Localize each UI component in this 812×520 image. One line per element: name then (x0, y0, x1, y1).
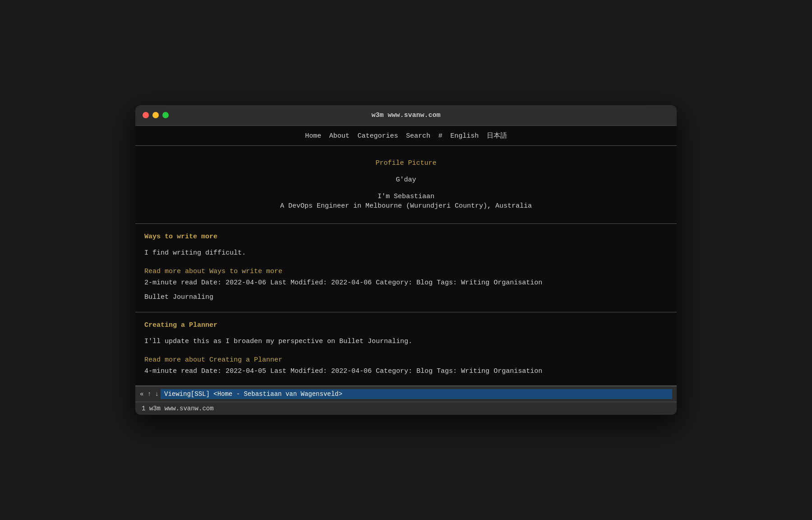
taskbar: 1 w3m www.svanw.com (135, 402, 677, 415)
article-2-meta-line1: 4-minute read Date: 2022-04-05 Last Modi… (144, 367, 668, 377)
nav-categories[interactable]: Categories (357, 132, 398, 140)
titlebar: w3m www.svanw.com (135, 105, 677, 126)
article-1-title: Ways to write more (144, 233, 668, 241)
nav-english[interactable]: English (450, 132, 479, 140)
main-content: Home About Categories Search # English 日… (135, 126, 677, 415)
nav-search[interactable]: Search (406, 132, 430, 140)
terminal-window: w3m www.svanw.com Home About Categories … (135, 105, 677, 415)
minimize-button[interactable] (152, 112, 159, 118)
window-title: w3m www.svanw.com (371, 111, 440, 119)
nav-about[interactable]: About (329, 132, 350, 140)
maximize-button[interactable] (162, 112, 169, 118)
article-2-read-more[interactable]: Read more about Creating a Planner (144, 356, 668, 364)
intro-name: I'm Sebastiaan (144, 193, 668, 200)
intro-desc: A DevOps Engineer in Melbourne (Wurundje… (144, 202, 668, 210)
traffic-lights (143, 112, 169, 118)
article-1-meta-line1: 2-minute read Date: 2022-04-06 Last Modi… (144, 278, 668, 288)
article-1-excerpt: I find writing difficult. (144, 248, 668, 259)
greeting-text: G'day (144, 176, 668, 184)
article-2: Creating a Planner I'll update this as I… (135, 312, 677, 386)
status-arrows: « ↑ ↓ (140, 390, 159, 398)
hero-section: Profile Picture G'day I'm Sebastiaan A D… (135, 146, 677, 224)
status-bar: « ↑ ↓ Viewing[SSL] <Home - Sebastiaan va… (135, 386, 677, 402)
nav-japanese[interactable]: 日本語 (487, 132, 507, 140)
article-2-title: Creating a Planner (144, 321, 668, 329)
nav-hash: # (438, 132, 443, 140)
article-1: Ways to write more I find writing diffic… (135, 224, 677, 312)
nav-home[interactable]: Home (305, 132, 321, 140)
status-content: <Home - Sebastiaan van Wagensveld> (213, 390, 342, 398)
close-button[interactable] (143, 112, 149, 118)
profile-picture-link[interactable]: Profile Picture (144, 159, 668, 167)
status-bar-content: Viewing[SSL] <Home - Sebastiaan van Wage… (161, 389, 672, 399)
nav-bar: Home About Categories Search # English 日… (135, 126, 677, 146)
status-viewing: Viewing[SSL] (164, 390, 210, 398)
article-1-read-more[interactable]: Read more about Ways to write more (144, 268, 668, 275)
article-1-meta-line2: Bullet Journaling (144, 292, 668, 303)
article-2-excerpt: I'll update this as I broaden my perspec… (144, 336, 668, 347)
taskbar-label: 1 w3m www.svanw.com (142, 405, 214, 412)
